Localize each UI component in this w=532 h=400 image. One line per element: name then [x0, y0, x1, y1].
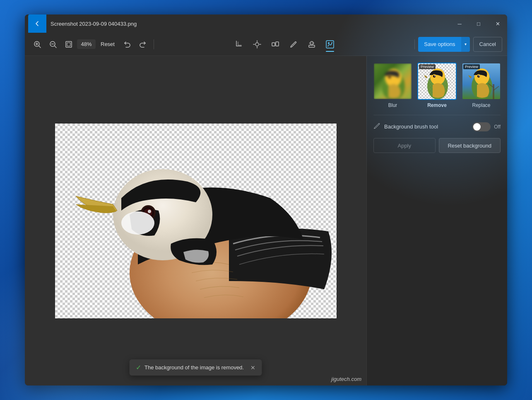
- zoom-out-icon: [49, 41, 57, 48]
- pencil-icon: [373, 122, 381, 129]
- svg-point-31: [388, 76, 391, 78]
- apply-button[interactable]: Apply: [373, 138, 436, 153]
- background-options: Blur Preview: [373, 63, 501, 108]
- svg-rect-7: [66, 41, 72, 47]
- brush-tool-toggle[interactable]: Off: [472, 122, 501, 131]
- brush-tool-label: Background brush tool: [384, 124, 469, 130]
- action-buttons: Apply Reset background: [373, 138, 501, 153]
- cancel-button[interactable]: Cancel: [473, 37, 502, 52]
- svg-line-5: [55, 46, 56, 48]
- file-name: Screenshot 2023-09-09 040433.png: [51, 21, 137, 27]
- notification-close-button[interactable]: ✕: [250, 364, 255, 371]
- window-controls: ─ □ ✕: [450, 15, 507, 33]
- save-options-button[interactable]: Save options: [418, 37, 461, 52]
- watermark: jigutech.com: [331, 376, 361, 382]
- svg-point-27: [121, 211, 154, 235]
- toolbar-separator-2: [414, 39, 415, 49]
- reset-background-button[interactable]: Reset background: [439, 138, 501, 153]
- toolbar-separator: [154, 39, 154, 49]
- fit-icon: [65, 41, 72, 48]
- zoom-level: 48%: [77, 39, 96, 49]
- remove-option[interactable]: Preview: [417, 63, 457, 108]
- toggle-state-label: Off: [494, 124, 501, 130]
- remove-label: Remove: [427, 102, 447, 108]
- zoom-in-button[interactable]: [30, 37, 45, 52]
- back-icon: [34, 20, 41, 27]
- reset-zoom-button[interactable]: Reset: [96, 39, 119, 49]
- svg-point-36: [434, 75, 436, 77]
- app-window: Screenshot 2023-09-09 040433.png ─ □ ✕: [25, 15, 507, 385]
- toggle-switch[interactable]: [472, 122, 491, 131]
- center-tools: [157, 36, 411, 53]
- save-options-dropdown-button[interactable]: ▾: [461, 37, 470, 52]
- adjust-tool-button[interactable]: [249, 36, 265, 53]
- zoom-out-button[interactable]: [46, 37, 60, 52]
- blur-thumbnail: [373, 63, 412, 100]
- blur-option[interactable]: Blur: [373, 63, 412, 108]
- notification-message: The background of the image is removed.: [144, 364, 244, 371]
- remove-preview: Preview: [418, 63, 456, 99]
- svg-rect-18: [309, 45, 315, 47]
- replace-preview-badge: Preview: [463, 64, 480, 69]
- preview-badge: Preview: [419, 64, 436, 69]
- frames-icon: [271, 40, 279, 48]
- brush-tool-row: Background brush tool Off: [373, 122, 501, 131]
- toggle-knob: [473, 123, 481, 131]
- bird-svg: [55, 124, 337, 318]
- main-content: ✓ The background of the image is removed…: [25, 56, 507, 385]
- svg-rect-8: [67, 43, 70, 46]
- remove-thumbnail: Preview: [417, 63, 457, 100]
- image-container: [55, 124, 337, 318]
- fit-to-window-button[interactable]: [61, 37, 76, 52]
- close-button[interactable]: ✕: [488, 15, 507, 33]
- blur-preview: [374, 63, 412, 99]
- maximize-button[interactable]: □: [469, 15, 488, 33]
- stamp-tool-button[interactable]: [303, 36, 320, 53]
- draw-icon: [289, 40, 298, 48]
- svg-point-9: [255, 43, 259, 46]
- svg-point-20: [328, 42, 330, 44]
- background-tool-button[interactable]: [322, 36, 338, 53]
- blur-label: Blur: [388, 102, 397, 108]
- brush-icon: [373, 122, 381, 131]
- stamp-icon: [308, 40, 316, 48]
- redo-icon: [139, 41, 147, 48]
- back-button[interactable]: [28, 15, 46, 33]
- toolbar: 48% Reset: [25, 33, 507, 56]
- success-icon: ✓: [136, 364, 141, 371]
- panel-divider: [373, 115, 501, 115]
- svg-rect-14: [272, 43, 275, 46]
- svg-rect-19: [326, 41, 334, 48]
- redo-button[interactable]: [135, 37, 150, 52]
- edited-image: [55, 124, 337, 318]
- replace-preview: Preview: [462, 63, 500, 99]
- frames-tool-button[interactable]: [267, 36, 284, 53]
- replace-option[interactable]: Preview: [462, 63, 501, 108]
- undo-icon: [123, 41, 131, 48]
- replace-thumbnail: Preview: [462, 63, 501, 100]
- zoom-in-icon: [34, 41, 41, 48]
- draw-tool-button[interactable]: [285, 36, 302, 53]
- svg-rect-15: [276, 42, 279, 46]
- title-bar: Screenshot 2023-09-09 040433.png ─ □ ✕: [25, 15, 507, 33]
- notification-bar: ✓ The background of the image is removed…: [129, 359, 262, 376]
- save-options-group: Save options ▾: [418, 37, 469, 52]
- right-panel: Blur Preview: [366, 56, 507, 385]
- background-icon: [325, 40, 335, 49]
- minimize-button[interactable]: ─: [450, 15, 469, 33]
- chevron-down-icon: ▾: [465, 42, 467, 46]
- svg-point-26: [148, 210, 151, 213]
- svg-line-1: [39, 46, 41, 48]
- crop-icon: [235, 40, 243, 48]
- toolbar-right: Save options ▾ Cancel: [418, 37, 502, 52]
- crop-tool-button[interactable]: [231, 36, 247, 53]
- svg-point-41: [479, 75, 480, 77]
- undo-button[interactable]: [120, 37, 135, 52]
- replace-label: Replace: [472, 102, 490, 108]
- adjust-icon: [253, 40, 261, 48]
- canvas-area[interactable]: ✓ The background of the image is removed…: [25, 56, 366, 385]
- blur-parrot-svg: [374, 63, 412, 99]
